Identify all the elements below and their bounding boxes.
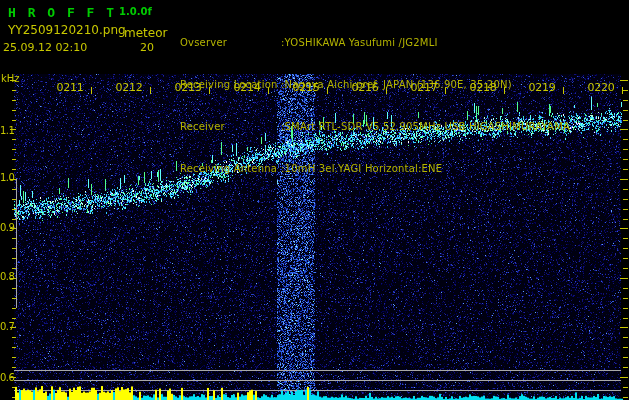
freq-label-0.9: 0.9: [0, 222, 14, 233]
time-label-0219: 0219: [527, 81, 557, 94]
app-title: H R O F F T: [8, 5, 116, 20]
receiver-value: :SMArt RTL-SDR V5 52.905MHz USB HIGASHIM…: [281, 121, 570, 132]
freq-axis-unit: kHz: [1, 73, 20, 84]
observer-row: Ovserver:YOSHIKAWA Yasufumi /JG2MLI: [180, 36, 570, 50]
receiver-row: Receiver:SMArt RTL-SDR V5 52.905MHz USB …: [180, 120, 570, 134]
output-filename: YY2509120210.png: [8, 23, 126, 37]
time-label-0214: 0214: [232, 81, 262, 94]
freq-label-1.1: 1.1: [0, 125, 14, 136]
mode-label: meteor: [124, 26, 167, 40]
freq-label-0.6: 0.6: [0, 372, 14, 383]
time-label-0212: 0212: [114, 81, 144, 94]
receiver-label: Receiver: [180, 120, 281, 134]
app-version: 1.0.0f: [119, 6, 152, 17]
time-label-0218: 0218: [468, 81, 498, 94]
observer-value: :YOSHIKAWA Yasufumi /JG2MLI: [281, 37, 438, 48]
time-label-0220: 0220: [586, 81, 616, 94]
time-label-0211: 0211: [55, 81, 85, 94]
time-label-0215: 0215: [291, 81, 321, 94]
time-label-0216: 0216: [350, 81, 380, 94]
observer-label: Ovserver: [180, 36, 281, 50]
freq-label-0.8: 0.8: [0, 271, 14, 282]
freq-label-0.7: 0.7: [0, 321, 14, 332]
observation-datetime: 25.09.12 02:10: [3, 41, 87, 54]
meteor-count: 20: [140, 41, 154, 54]
freq-label-1.0: 1.0: [0, 172, 14, 183]
time-label-0217: 0217: [409, 81, 439, 94]
antenna-value: :10mH 3el.YAGI Horizontal:ENE: [281, 163, 442, 174]
antenna-row: Receiving Antenna:10mH 3el.YAGI Horizont…: [180, 162, 570, 176]
hrofft-screenshot: H R O F F T 1.0.0f YY2509120210.png mete…: [0, 0, 629, 400]
antenna-label: Receiving Antenna: [180, 162, 281, 176]
station-info: Ovserver:YOSHIKAWA Yasufumi /JG2MLI Rece…: [180, 8, 570, 204]
time-label-0213: 0213: [173, 81, 203, 94]
